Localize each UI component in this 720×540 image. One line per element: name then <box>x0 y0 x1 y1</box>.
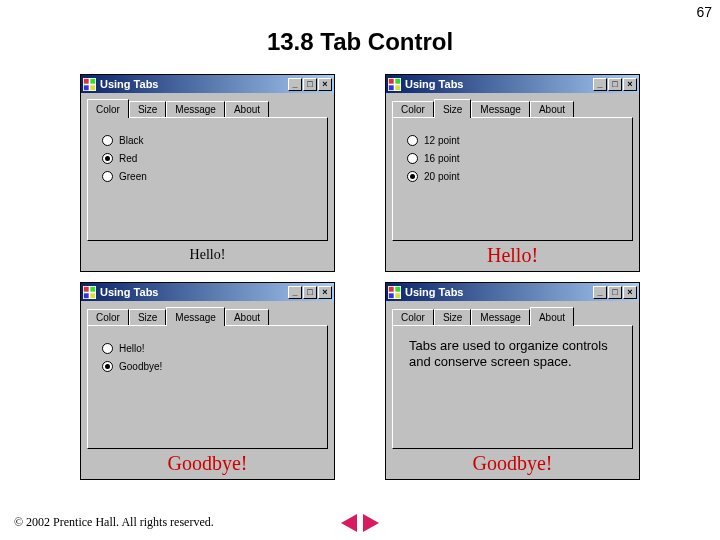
tab-message[interactable]: Message <box>471 309 530 325</box>
titlebar: Using Tabs _ □ × <box>81 75 334 93</box>
copyright-footer: © 2002 Prentice Hall. All rights reserve… <box>14 515 214 530</box>
titlebar: Using Tabs _ □ × <box>81 283 334 301</box>
radio-red[interactable]: Red <box>102 153 317 164</box>
radio-green[interactable]: Green <box>102 171 317 182</box>
output-label: Hello! <box>392 241 633 269</box>
window-about: Using Tabs _ □ × Color Size Message Abou… <box>385 282 640 480</box>
section-heading: 13.8 Tab Control <box>0 28 720 56</box>
window-color: Using Tabs _ □ × Color Size Message Abou… <box>80 74 335 272</box>
tabstrip: Color Size Message About <box>392 307 633 325</box>
radio-label: Red <box>119 153 137 164</box>
svg-rect-8 <box>389 85 394 90</box>
radio-label: 20 point <box>424 171 460 182</box>
radio-label: 12 point <box>424 135 460 146</box>
svg-rect-9 <box>395 85 400 90</box>
svg-rect-2 <box>90 78 95 83</box>
radio-black[interactable]: Black <box>102 135 317 146</box>
svg-rect-4 <box>90 85 95 90</box>
tabpage-message: Hello! Goodbye! <box>87 325 328 449</box>
radio-label: 16 point <box>424 153 460 164</box>
svg-rect-7 <box>395 78 400 83</box>
radio-label: Green <box>119 171 147 182</box>
close-button[interactable]: × <box>318 286 332 299</box>
tab-size[interactable]: Size <box>434 99 471 118</box>
tab-about[interactable]: About <box>225 309 269 325</box>
nav-arrows <box>341 514 379 532</box>
svg-rect-12 <box>90 286 95 291</box>
tab-color[interactable]: Color <box>87 309 129 325</box>
tab-message[interactable]: Message <box>471 101 530 117</box>
maximize-button[interactable]: □ <box>608 286 622 299</box>
titlebar: Using Tabs _ □ × <box>386 75 639 93</box>
tabpage-color: Black Red Green <box>87 117 328 241</box>
tabstrip: Color Size Message About <box>392 99 633 117</box>
close-button[interactable]: × <box>318 78 332 91</box>
tab-size[interactable]: Size <box>129 309 166 325</box>
svg-rect-11 <box>84 286 89 291</box>
tab-message[interactable]: Message <box>166 307 225 326</box>
svg-rect-14 <box>90 293 95 298</box>
tab-color[interactable]: Color <box>392 309 434 325</box>
next-slide-button[interactable] <box>363 514 379 532</box>
tab-color[interactable]: Color <box>87 99 129 118</box>
svg-rect-1 <box>84 78 89 83</box>
svg-rect-18 <box>389 293 394 298</box>
tab-size[interactable]: Size <box>129 101 166 117</box>
window-title: Using Tabs <box>405 286 463 298</box>
tab-about[interactable]: About <box>530 101 574 117</box>
tab-size[interactable]: Size <box>434 309 471 325</box>
app-icon <box>388 286 401 299</box>
app-icon <box>83 286 96 299</box>
svg-rect-6 <box>389 78 394 83</box>
tabpage-size: 12 point 16 point 20 point <box>392 117 633 241</box>
app-icon <box>388 78 401 91</box>
window-title: Using Tabs <box>100 286 158 298</box>
screenshot-grid: Using Tabs _ □ × Color Size Message Abou… <box>0 74 720 480</box>
svg-rect-16 <box>389 286 394 291</box>
close-button[interactable]: × <box>623 78 637 91</box>
output-label: Goodbye! <box>392 449 633 477</box>
radio-16pt[interactable]: 16 point <box>407 153 622 164</box>
radio-goodbye[interactable]: Goodbye! <box>102 361 317 372</box>
close-button[interactable]: × <box>623 286 637 299</box>
tab-about[interactable]: About <box>225 101 269 117</box>
prev-slide-button[interactable] <box>341 514 357 532</box>
radio-label: Goodbye! <box>119 361 162 372</box>
output-label: Goodbye! <box>87 449 328 477</box>
tab-message[interactable]: Message <box>166 101 225 117</box>
tabstrip: Color Size Message About <box>87 307 328 325</box>
radio-label: Hello! <box>119 343 145 354</box>
svg-rect-3 <box>84 85 89 90</box>
radio-hello[interactable]: Hello! <box>102 343 317 354</box>
output-label: Hello! <box>87 241 328 269</box>
minimize-button[interactable]: _ <box>288 78 302 91</box>
window-message: Using Tabs _ □ × Color Size Message Abou… <box>80 282 335 480</box>
svg-rect-19 <box>395 293 400 298</box>
maximize-button[interactable]: □ <box>303 78 317 91</box>
about-text: Tabs are used to organize controls and c… <box>407 336 622 373</box>
window-size: Using Tabs _ □ × Color Size Message Abou… <box>385 74 640 272</box>
svg-rect-13 <box>84 293 89 298</box>
minimize-button[interactable]: _ <box>288 286 302 299</box>
maximize-button[interactable]: □ <box>303 286 317 299</box>
titlebar: Using Tabs _ □ × <box>386 283 639 301</box>
radio-12pt[interactable]: 12 point <box>407 135 622 146</box>
tabpage-about: Tabs are used to organize controls and c… <box>392 325 633 449</box>
window-title: Using Tabs <box>405 78 463 90</box>
svg-rect-17 <box>395 286 400 291</box>
page-number: 67 <box>696 4 712 20</box>
window-title: Using Tabs <box>100 78 158 90</box>
radio-label: Black <box>119 135 143 146</box>
tabstrip: Color Size Message About <box>87 99 328 117</box>
radio-20pt[interactable]: 20 point <box>407 171 622 182</box>
tab-about[interactable]: About <box>530 307 574 326</box>
app-icon <box>83 78 96 91</box>
maximize-button[interactable]: □ <box>608 78 622 91</box>
tab-color[interactable]: Color <box>392 101 434 117</box>
minimize-button[interactable]: _ <box>593 78 607 91</box>
minimize-button[interactable]: _ <box>593 286 607 299</box>
